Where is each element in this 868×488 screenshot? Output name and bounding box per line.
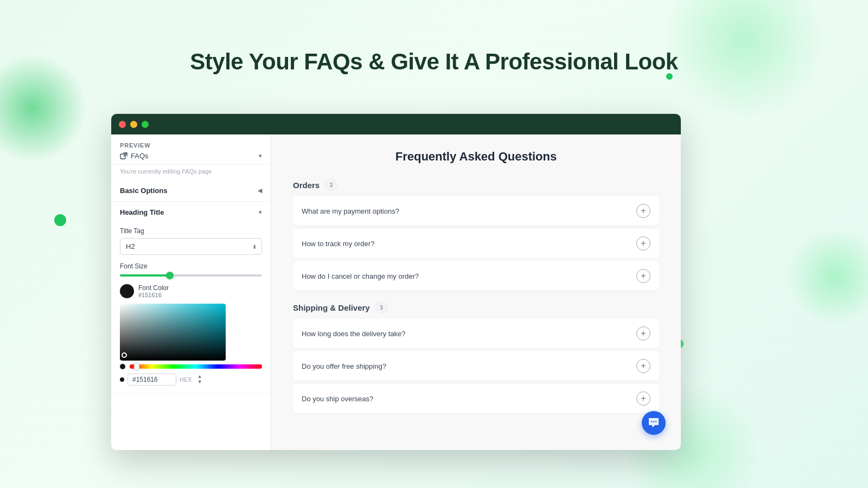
heading-title-label: Heading Title	[120, 208, 164, 216]
heading-title-header[interactable]: Heading Title ▾	[111, 202, 271, 223]
external-link-icon	[120, 152, 127, 160]
title-tag-label: Title Tag	[120, 227, 262, 235]
faq-question-1-2: Do you ship overseas?	[302, 395, 373, 403]
faq-item-1-0: How long does the delivery take?+	[293, 319, 659, 348]
preview-link-row: FAQs ▾	[120, 152, 262, 160]
editing-note: You're currently editing FAQs page	[111, 165, 271, 180]
faq-categories: Orders3What are my payment options?+How …	[293, 179, 659, 413]
faq-count-badge-0: 3	[325, 179, 337, 191]
font-color-row: Font Color #151616	[120, 284, 262, 298]
faq-item-1-2: Do you ship overseas?+	[293, 384, 659, 413]
traffic-light-green[interactable]	[142, 121, 149, 128]
faq-question-0-1: How to track my order?	[302, 240, 374, 248]
traffic-light-yellow[interactable]	[130, 121, 137, 128]
faq-category-header-1: Shipping & Delivery3	[293, 301, 659, 313]
app-window: PREVIEW FAQs ▾ Yo	[111, 114, 681, 450]
hue-slider-row	[120, 364, 262, 369]
preview-chevron-icon: ▾	[259, 152, 262, 159]
faq-category-0: Orders3What are my payment options?+How …	[293, 179, 659, 291]
faq-expand-btn-1-0[interactable]: +	[636, 326, 650, 341]
color-gradient-picker[interactable]	[120, 304, 226, 361]
sidebar-preview-section: PREVIEW FAQs ▾	[111, 134, 271, 165]
basic-options-section: Basic Options ◀	[111, 180, 271, 202]
blob-right-mid	[787, 228, 868, 325]
slider-track	[120, 274, 262, 277]
faq-expand-btn-0-1[interactable]: +	[636, 236, 650, 251]
faq-question-1-0: How long does the delivery take?	[302, 330, 406, 338]
slider-fill	[120, 274, 170, 277]
basic-options-chevron-icon: ◀	[258, 187, 262, 194]
hex-down-icon: ▼	[197, 380, 202, 385]
preview-label: PREVIEW	[120, 142, 262, 149]
slider-thumb	[166, 272, 174, 279]
sidebar: PREVIEW FAQs ▾ Yo	[111, 134, 271, 450]
dot-green-top	[666, 73, 673, 80]
faq-category-title-0: Orders	[293, 181, 320, 190]
page-heading: Style Your FAQs & Give It A Professional…	[0, 49, 868, 75]
title-tag-select[interactable]: H2 H1 H3 H4 H5 H6	[120, 238, 262, 255]
dot-green-left	[54, 214, 66, 226]
color-picker: HEX ▲ ▼	[120, 304, 262, 386]
font-size-label: Font Size	[120, 262, 262, 270]
app-body: PREVIEW FAQs ▾ Yo	[111, 134, 681, 450]
faq-category-header-0: Orders3	[293, 179, 659, 191]
faq-item-1-1: Do you offer free shipping?+	[293, 351, 659, 381]
faq-panel: Frequently Asked Questions Orders3What a…	[271, 134, 681, 450]
preview-link-text[interactable]: FAQs	[131, 152, 149, 160]
page-title: Style Your FAQs & Give It A Professional…	[0, 0, 868, 75]
font-size-slider[interactable]	[120, 274, 262, 277]
font-color-info: Font Color #151616	[138, 284, 169, 298]
faq-question-0-2: How do I cancel or change my order?	[302, 272, 419, 280]
hex-label: HEX	[180, 376, 192, 383]
faq-item-0-2: How do I cancel or change my order?+	[293, 261, 659, 291]
color-picker-thumb	[122, 352, 127, 358]
hex-row: HEX ▲ ▼	[120, 374, 262, 386]
hue-dot	[120, 364, 125, 369]
faq-expand-btn-1-1[interactable]: +	[636, 359, 650, 373]
font-color-hex-display: #151616	[138, 292, 169, 298]
title-bar	[111, 114, 681, 134]
traffic-light-red[interactable]	[119, 121, 126, 128]
heading-title-chevron-icon: ▾	[259, 209, 262, 216]
heading-title-content: Title Tag H2 H1 H3 H4 H5 H6 ⬍ Font Size	[111, 223, 271, 393]
faq-category-1: Shipping & Delivery3How long does the de…	[293, 301, 659, 413]
preview-link-inner: FAQs	[120, 152, 149, 160]
hex-input[interactable]	[127, 374, 176, 386]
font-color-label: Font Color	[138, 284, 169, 292]
basic-options-title: Basic Options	[120, 187, 167, 195]
faq-expand-btn-0-2[interactable]: +	[636, 269, 650, 283]
svg-rect-0	[120, 154, 125, 159]
chat-button[interactable]	[642, 411, 666, 435]
faq-expand-btn-0-0[interactable]: +	[636, 204, 650, 218]
faq-question-0-0: What are my payment options?	[302, 207, 399, 215]
basic-options-header[interactable]: Basic Options ◀	[111, 180, 271, 201]
hex-dot	[120, 377, 124, 382]
faq-category-title-1: Shipping & Delivery	[293, 303, 370, 312]
font-color-swatch[interactable]	[120, 284, 134, 298]
hue-thumb	[134, 363, 139, 370]
svg-point-2	[653, 421, 655, 422]
svg-point-1	[651, 421, 653, 422]
faq-count-badge-1: 3	[375, 301, 387, 313]
faq-question-1-1: Do you offer free shipping?	[302, 362, 386, 370]
hue-track[interactable]	[130, 364, 262, 369]
hex-stepper[interactable]: ▲ ▼	[197, 374, 202, 385]
title-tag-select-wrapper: H2 H1 H3 H4 H5 H6 ⬍	[120, 238, 262, 255]
heading-title-section: Heading Title ▾ Title Tag H2 H1 H3 H4 H5…	[111, 202, 271, 394]
svg-point-3	[655, 421, 657, 422]
faq-item-0-1: How to track my order?+	[293, 229, 659, 258]
faq-main-title: Frequently Asked Questions	[293, 150, 659, 164]
faq-expand-btn-1-2[interactable]: +	[636, 391, 650, 406]
faq-item-0-0: What are my payment options?+	[293, 196, 659, 226]
